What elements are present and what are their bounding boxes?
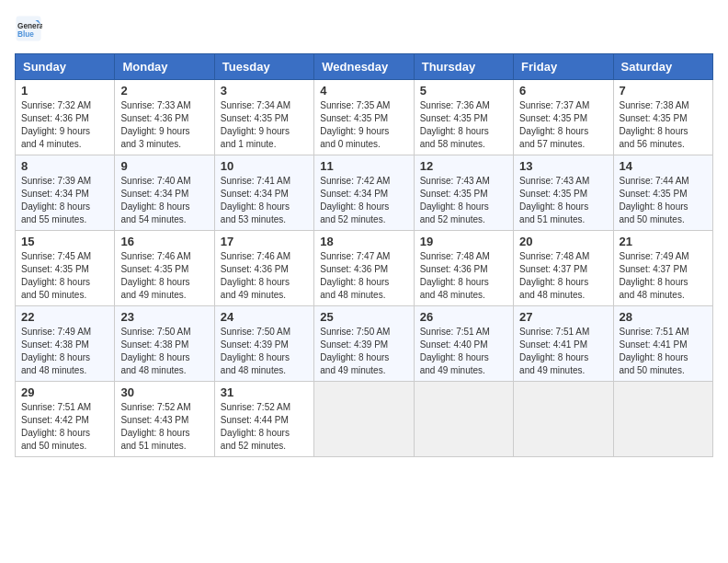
day-info: Sunrise: 7:41 AM Sunset: 4:34 PM Dayligh… — [221, 175, 308, 226]
svg-text:General: General — [17, 22, 42, 30]
day-info: Sunrise: 7:52 AM Sunset: 4:43 PM Dayligh… — [120, 401, 208, 453]
day-info: Sunrise: 7:38 AM Sunset: 4:35 PM Dayligh… — [620, 99, 707, 151]
logo-icon: General Blue — [15, 15, 42, 42]
calendar-cell — [414, 382, 513, 457]
weekday-header-thursday: Thursday — [414, 54, 513, 80]
day-number: 1 — [21, 84, 108, 98]
day-info: Sunrise: 7:32 AM Sunset: 4:36 PM Dayligh… — [21, 99, 108, 151]
day-number: 18 — [320, 235, 407, 248]
calendar-cell: 5Sunrise: 7:36 AM Sunset: 4:35 PM Daylig… — [414, 80, 513, 155]
weekday-header-sunday: Sunday — [16, 54, 115, 80]
day-number: 24 — [221, 310, 308, 324]
calendar-week-4: 22Sunrise: 7:49 AM Sunset: 4:38 PM Dayli… — [16, 306, 713, 382]
calendar-cell: 15Sunrise: 7:45 AM Sunset: 4:35 PM Dayli… — [16, 231, 115, 306]
day-number: 22 — [21, 310, 108, 324]
calendar-cell: 3Sunrise: 7:34 AM Sunset: 4:35 PM Daylig… — [214, 80, 313, 155]
calendar-cell: 14Sunrise: 7:44 AM Sunset: 4:35 PM Dayli… — [613, 155, 712, 231]
calendar-cell: 18Sunrise: 7:47 AM Sunset: 4:36 PM Dayli… — [314, 231, 414, 306]
day-number: 23 — [120, 310, 208, 324]
day-info: Sunrise: 7:36 AM Sunset: 4:35 PM Dayligh… — [420, 99, 507, 151]
calendar-cell: 28Sunrise: 7:51 AM Sunset: 4:41 PM Dayli… — [613, 306, 712, 382]
calendar-cell: 26Sunrise: 7:51 AM Sunset: 4:40 PM Dayli… — [414, 306, 513, 382]
day-number: 21 — [620, 235, 707, 248]
calendar-cell: 31Sunrise: 7:52 AM Sunset: 4:44 PM Dayli… — [214, 382, 313, 457]
day-info: Sunrise: 7:33 AM Sunset: 4:36 PM Dayligh… — [120, 99, 208, 151]
calendar-cell: 30Sunrise: 7:52 AM Sunset: 4:43 PM Dayli… — [115, 382, 214, 457]
day-info: Sunrise: 7:48 AM Sunset: 4:36 PM Dayligh… — [420, 250, 507, 302]
day-number: 27 — [519, 310, 607, 324]
day-info: Sunrise: 7:43 AM Sunset: 4:35 PM Dayligh… — [420, 175, 507, 226]
day-number: 9 — [120, 159, 208, 173]
calendar-cell: 10Sunrise: 7:41 AM Sunset: 4:34 PM Dayli… — [214, 155, 313, 231]
calendar-cell: 12Sunrise: 7:43 AM Sunset: 4:35 PM Dayli… — [414, 155, 513, 231]
header: General Blue — [15, 15, 713, 42]
calendar-week-2: 8Sunrise: 7:39 AM Sunset: 4:34 PM Daylig… — [16, 155, 713, 231]
day-number: 5 — [420, 84, 507, 98]
day-info: Sunrise: 7:47 AM Sunset: 4:36 PM Dayligh… — [320, 250, 407, 302]
calendar-cell: 29Sunrise: 7:51 AM Sunset: 4:42 PM Dayli… — [16, 382, 115, 457]
day-number: 17 — [221, 235, 308, 248]
calendar-cell — [613, 382, 712, 457]
weekday-header-tuesday: Tuesday — [214, 54, 313, 80]
day-info: Sunrise: 7:52 AM Sunset: 4:44 PM Dayligh… — [221, 401, 308, 453]
day-info: Sunrise: 7:44 AM Sunset: 4:35 PM Dayligh… — [620, 175, 707, 226]
calendar-body: 1Sunrise: 7:32 AM Sunset: 4:36 PM Daylig… — [16, 80, 713, 457]
day-number: 15 — [21, 235, 108, 248]
day-info: Sunrise: 7:50 AM Sunset: 4:39 PM Dayligh… — [221, 326, 308, 377]
calendar-cell: 6Sunrise: 7:37 AM Sunset: 4:35 PM Daylig… — [514, 80, 613, 155]
calendar-cell — [314, 382, 414, 457]
day-number: 28 — [620, 310, 707, 324]
calendar-cell: 8Sunrise: 7:39 AM Sunset: 4:34 PM Daylig… — [16, 155, 115, 231]
day-info: Sunrise: 7:40 AM Sunset: 4:34 PM Dayligh… — [120, 175, 208, 226]
day-number: 31 — [221, 385, 308, 399]
day-number: 20 — [519, 235, 607, 248]
calendar-cell: 25Sunrise: 7:50 AM Sunset: 4:39 PM Dayli… — [314, 306, 414, 382]
calendar-week-5: 29Sunrise: 7:51 AM Sunset: 4:42 PM Dayli… — [16, 382, 713, 457]
day-info: Sunrise: 7:46 AM Sunset: 4:36 PM Dayligh… — [221, 250, 308, 302]
day-number: 19 — [420, 235, 507, 248]
weekday-header-friday: Friday — [514, 54, 613, 80]
day-info: Sunrise: 7:35 AM Sunset: 4:35 PM Dayligh… — [320, 99, 407, 151]
day-info: Sunrise: 7:34 AM Sunset: 4:35 PM Dayligh… — [221, 99, 308, 151]
day-info: Sunrise: 7:42 AM Sunset: 4:34 PM Dayligh… — [320, 175, 407, 226]
day-number: 30 — [120, 385, 208, 399]
calendar-cell: 20Sunrise: 7:48 AM Sunset: 4:37 PM Dayli… — [514, 231, 613, 306]
calendar-cell: 19Sunrise: 7:48 AM Sunset: 4:36 PM Dayli… — [414, 231, 513, 306]
day-info: Sunrise: 7:50 AM Sunset: 4:38 PM Dayligh… — [120, 326, 208, 377]
weekday-header-saturday: Saturday — [613, 54, 712, 80]
day-number: 7 — [620, 84, 707, 98]
calendar-header-row: SundayMondayTuesdayWednesdayThursdayFrid… — [16, 54, 713, 80]
day-number: 10 — [221, 159, 308, 173]
weekday-header-wednesday: Wednesday — [314, 54, 414, 80]
day-number: 13 — [519, 159, 607, 173]
calendar-cell: 7Sunrise: 7:38 AM Sunset: 4:35 PM Daylig… — [613, 80, 712, 155]
calendar-cell: 9Sunrise: 7:40 AM Sunset: 4:34 PM Daylig… — [115, 155, 214, 231]
day-info: Sunrise: 7:39 AM Sunset: 4:34 PM Dayligh… — [21, 175, 108, 226]
day-number: 4 — [320, 84, 407, 98]
calendar-cell: 22Sunrise: 7:49 AM Sunset: 4:38 PM Dayli… — [16, 306, 115, 382]
day-info: Sunrise: 7:51 AM Sunset: 4:40 PM Dayligh… — [420, 326, 507, 377]
day-number: 16 — [120, 235, 208, 248]
day-info: Sunrise: 7:51 AM Sunset: 4:41 PM Dayligh… — [519, 326, 607, 377]
day-info: Sunrise: 7:49 AM Sunset: 4:38 PM Dayligh… — [21, 326, 108, 377]
calendar-cell — [514, 382, 613, 457]
calendar-cell: 21Sunrise: 7:49 AM Sunset: 4:37 PM Dayli… — [613, 231, 712, 306]
weekday-header-monday: Monday — [115, 54, 214, 80]
calendar-cell: 16Sunrise: 7:46 AM Sunset: 4:35 PM Dayli… — [115, 231, 214, 306]
day-number: 6 — [519, 84, 607, 98]
calendar-cell: 27Sunrise: 7:51 AM Sunset: 4:41 PM Dayli… — [514, 306, 613, 382]
day-number: 14 — [620, 159, 707, 173]
calendar-cell: 2Sunrise: 7:33 AM Sunset: 4:36 PM Daylig… — [115, 80, 214, 155]
calendar-week-3: 15Sunrise: 7:45 AM Sunset: 4:35 PM Dayli… — [16, 231, 713, 306]
day-number: 3 — [221, 84, 308, 98]
day-info: Sunrise: 7:48 AM Sunset: 4:37 PM Dayligh… — [519, 250, 607, 302]
calendar-cell: 17Sunrise: 7:46 AM Sunset: 4:36 PM Dayli… — [214, 231, 313, 306]
day-number: 2 — [120, 84, 208, 98]
calendar-cell: 13Sunrise: 7:43 AM Sunset: 4:35 PM Dayli… — [514, 155, 613, 231]
day-info: Sunrise: 7:37 AM Sunset: 4:35 PM Dayligh… — [519, 99, 607, 151]
day-info: Sunrise: 7:45 AM Sunset: 4:35 PM Dayligh… — [21, 250, 108, 302]
day-info: Sunrise: 7:49 AM Sunset: 4:37 PM Dayligh… — [620, 250, 707, 302]
day-number: 29 — [21, 385, 108, 399]
day-number: 8 — [21, 159, 108, 173]
day-info: Sunrise: 7:46 AM Sunset: 4:35 PM Dayligh… — [120, 250, 208, 302]
